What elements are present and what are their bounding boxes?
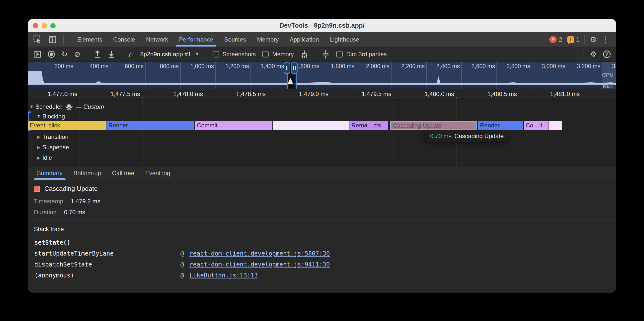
tab-elements[interactable]: Elements — [72, 32, 108, 46]
dim-third-parties-label: Dim 3rd parties — [346, 51, 387, 58]
tooltip-duration: 0.70 ms — [430, 133, 451, 140]
track-blocking[interactable]: ▼ Blocking — [28, 112, 616, 121]
timestamp-value: 1,479.2 ms — [71, 198, 100, 205]
download-profile-icon[interactable] — [108, 50, 115, 58]
checkbox-box — [336, 51, 343, 57]
flame-bar-rema-cts[interactable]: Rema…cts — [350, 121, 388, 130]
upload-profile-icon[interactable] — [94, 50, 101, 58]
settings-gear-icon[interactable]: ⚙ — [590, 36, 597, 43]
stack-link[interactable]: react-dom-client.development.js:5807:36 — [190, 250, 330, 257]
titlebar: DevTools - 8p2n9n.csb.app/ — [28, 19, 616, 32]
flame-chart[interactable]: ▼ Scheduler — Custom ▼ Blocking E — [28, 100, 616, 166]
screenshots-checkbox[interactable]: Screenshots — [212, 51, 256, 58]
duration-value: 0.70 ms — [64, 209, 85, 216]
tab-application[interactable]: Application — [284, 32, 324, 46]
device-toolbar-icon[interactable] — [48, 35, 57, 44]
track-idle[interactable]: ▶ Idle — [28, 153, 616, 162]
panel-tabs: ElementsConsoleNetworkPerformanceSources… — [72, 32, 364, 46]
home-icon[interactable]: ⌂ — [128, 50, 134, 58]
collapsed-triangle-icon[interactable]: ▶ — [35, 155, 42, 160]
more-options-icon[interactable]: ⋮ — [602, 35, 610, 44]
error-badge[interactable]: × 2 — [549, 36, 562, 43]
toolbar-divider-2 — [122, 50, 122, 58]
suspense-track-label: Suspense — [42, 144, 69, 151]
summary-title-row: Cascading Update — [34, 185, 98, 193]
tabbar-icons — [28, 32, 69, 46]
flame-bar-render[interactable]: Render — [478, 121, 523, 130]
track-scheduler[interactable]: ▼ Scheduler — Custom — [28, 102, 616, 112]
details-tab-call-tree[interactable]: Call tree — [106, 166, 140, 180]
details-tab-bottom-up[interactable]: Bottom-up — [68, 166, 107, 180]
inspect-element-icon[interactable] — [34, 35, 42, 44]
stack-link[interactable]: react-dom-client.development.js:9411:30 — [190, 261, 330, 268]
expand-triangle-icon[interactable]: ▼ — [35, 114, 42, 119]
minimize-window-button[interactable] — [42, 23, 47, 28]
session-selector[interactable]: 8p2n9n.csb.app #1 ▼ — [140, 51, 199, 58]
selection-handle-right[interactable] — [291, 62, 298, 74]
tab-console[interactable]: Console — [108, 32, 140, 46]
tabbar-right: × 2 ! 1 ⚙ ⋮ — [549, 32, 616, 46]
flame-bar-event-click[interactable]: Event: click — [28, 121, 106, 130]
garbage-collect-icon[interactable] — [300, 50, 308, 58]
window-title: DevTools - 8p2n9n.csb.app/ — [280, 22, 364, 29]
duration-label: Duration — [34, 209, 56, 216]
flame-bar-render[interactable]: Render — [106, 121, 194, 130]
stack-frame: setState() — [34, 239, 616, 250]
tab-performance[interactable]: Performance — [174, 32, 218, 46]
net-label: NET — [603, 83, 614, 89]
timeline-overview[interactable]: 200 ms400 ms600 ms800 ms1,000 ms1,200 ms… — [28, 62, 616, 89]
stack-fn: (anonymous) — [34, 272, 74, 279]
expand-triangle-icon[interactable]: ▼ — [28, 104, 36, 109]
selection-handle-left[interactable] — [284, 62, 290, 74]
warning-badge[interactable]: ! 1 — [567, 36, 580, 43]
tab-memory[interactable]: Memory — [252, 32, 284, 46]
summary-panel: Cascading Update Timestamp 1,479.2 ms Du… — [28, 180, 616, 293]
zoom-window-button[interactable] — [50, 23, 56, 28]
stack-at-symbol: @ — [180, 250, 184, 257]
stack-link[interactable]: LikeButton.js:13:13 — [190, 272, 258, 279]
stack-trace-header: Stack trace — [34, 226, 64, 233]
collapsed-triangle-icon[interactable]: ▶ — [35, 145, 42, 150]
stack-frame: (anonymous)@LikeButton.js:13:13 — [34, 272, 616, 283]
reload-record-button[interactable]: ↻ — [61, 50, 68, 58]
memory-label: Memory — [272, 51, 294, 58]
ruler-tick: 1,478.5 ms — [205, 89, 268, 100]
tab-lighthouse[interactable]: Lighthouse — [324, 32, 364, 46]
flame-bar-unnamed[interactable] — [549, 121, 562, 130]
collapsed-triangle-icon[interactable]: ▶ — [35, 134, 42, 140]
toggle-sidebar-icon[interactable] — [34, 50, 41, 58]
track-transition[interactable]: ▶ Transition — [28, 132, 616, 142]
tab-sources[interactable]: Sources — [219, 32, 252, 46]
flame-bar-cascading-update[interactable]: Cascading Update — [390, 121, 477, 130]
scheduler-track-suffix: — Custom — [76, 103, 104, 110]
stack-fn: setState() — [34, 239, 70, 246]
flame-bar-unnamed[interactable] — [273, 121, 349, 130]
track-suspense[interactable]: ▶ Suspense — [28, 143, 616, 152]
capture-settings-gear-icon[interactable]: ⚙ — [590, 50, 597, 58]
details-tab-summary[interactable]: Summary — [32, 166, 68, 180]
memory-checkbox[interactable]: Memory — [262, 51, 294, 58]
blocking-track-label: Blocking — [42, 113, 65, 120]
details-tab-event-log[interactable]: Event log — [140, 166, 176, 180]
network-lane — [28, 85, 616, 89]
duration-row: Duration 0.70 ms — [34, 209, 85, 216]
event-tooltip: 0.70 ms Cascading Update — [425, 130, 509, 142]
error-icon: × — [549, 36, 557, 43]
tab-network[interactable]: Network — [140, 32, 174, 46]
stack-at-symbol: @ — [180, 261, 184, 268]
flame-bar-co-it[interactable]: Co…it — [524, 121, 548, 130]
toolbar-divider-5 — [583, 50, 584, 58]
collapse-view-icon[interactable] — [322, 50, 330, 58]
clear-button[interactable]: ⊘ — [74, 50, 80, 58]
details-tabbar: SummaryBottom-upCall treeEvent log — [28, 166, 616, 180]
perfbar-right: ⚙ ? — [583, 50, 610, 58]
ruler-tick: 1,480.5 ms — [456, 89, 520, 100]
flame-bar-commit[interactable]: Commit — [195, 121, 272, 130]
dim-third-parties-checkbox[interactable]: Dim 3rd parties — [336, 51, 387, 58]
toolbar-divider-3 — [206, 50, 206, 58]
record-button[interactable] — [48, 51, 55, 58]
screenshots-label: Screenshots — [222, 51, 256, 58]
help-icon[interactable]: ? — [603, 50, 610, 58]
close-window-button[interactable] — [33, 23, 38, 28]
cpu-spike-highlight — [288, 78, 293, 84]
